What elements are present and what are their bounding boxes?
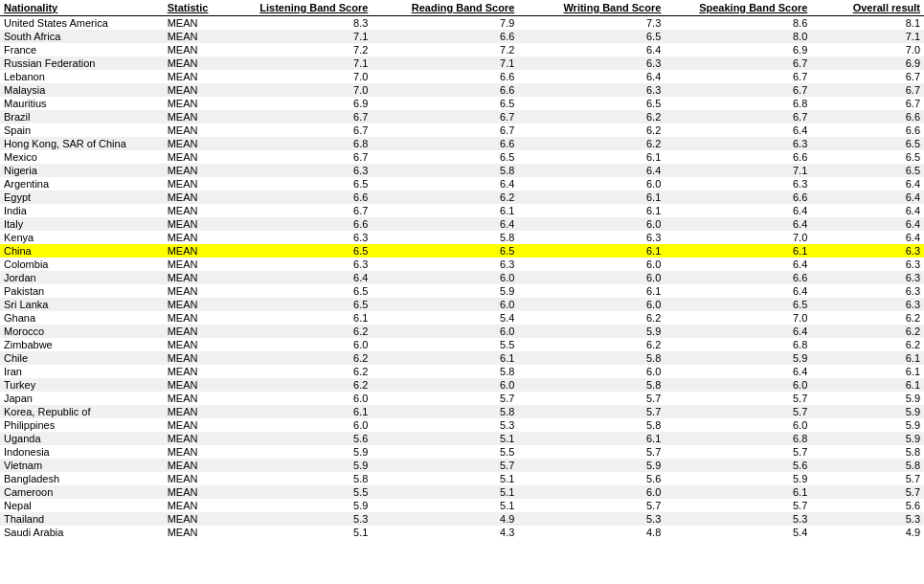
header-listening: Listening Band Score bbox=[225, 0, 372, 16]
header-statistic: Statistic bbox=[164, 0, 226, 16]
table-row: South AfricaMEAN7.16.66.58.07.1 bbox=[0, 30, 924, 43]
table-row: ColombiaMEAN6.36.36.06.46.3 bbox=[0, 258, 924, 271]
table-row: Korea, Republic ofMEAN6.15.85.75.75.9 bbox=[0, 405, 924, 418]
header-nationality: Nationality bbox=[0, 0, 164, 16]
table-row: Russian FederationMEAN7.17.16.36.76.9 bbox=[0, 56, 924, 70]
table-row: BrazilMEAN6.76.76.26.76.6 bbox=[0, 110, 924, 124]
header-overall: Overall result bbox=[811, 0, 924, 16]
table-row: GhanaMEAN6.15.46.27.06.2 bbox=[0, 311, 924, 325]
table-row: ChileMEAN6.26.15.85.96.1 bbox=[0, 351, 924, 365]
table-row: ArgentinaMEAN6.56.46.06.36.4 bbox=[0, 177, 924, 191]
header-reading: Reading Band Score bbox=[372, 0, 518, 16]
table-row: EgyptMEAN6.66.26.16.66.4 bbox=[0, 191, 924, 204]
scores-table: Nationality Statistic Listening Band Sco… bbox=[0, 0, 924, 539]
table-row: United States AmericaMEAN8.37.97.38.68.1 bbox=[0, 16, 924, 31]
table-row: MalaysiaMEAN7.06.66.36.76.7 bbox=[0, 83, 924, 97]
table-row: VietnamMEAN5.95.75.95.65.8 bbox=[0, 459, 924, 472]
table-row: ChinaMEAN6.56.56.16.16.3 bbox=[0, 244, 924, 258]
table-row: ZimbabweMEAN6.05.56.26.86.2 bbox=[0, 338, 924, 351]
table-row: Sri LankaMEAN6.56.06.06.56.3 bbox=[0, 298, 924, 311]
table-row: PhilippinesMEAN6.05.35.86.05.9 bbox=[0, 418, 924, 432]
table-row: NigeriaMEAN6.35.86.47.16.5 bbox=[0, 164, 924, 177]
table-row: Hong Kong, SAR of ChinaMEAN6.86.66.26.36… bbox=[0, 137, 924, 150]
table-row: IndonesiaMEAN5.95.55.75.75.8 bbox=[0, 445, 924, 459]
table-row: BangladeshMEAN5.85.15.65.95.7 bbox=[0, 472, 924, 485]
table-row: TurkeyMEAN6.26.05.86.06.1 bbox=[0, 378, 924, 392]
table-row: FranceMEAN7.27.26.46.97.0 bbox=[0, 43, 924, 56]
table-row: SpainMEAN6.76.76.26.46.6 bbox=[0, 124, 924, 137]
table-row: KenyaMEAN6.35.86.37.06.4 bbox=[0, 231, 924, 244]
table-row: MoroccoMEAN6.26.05.96.46.2 bbox=[0, 325, 924, 338]
table-row: JordanMEAN6.46.06.06.66.3 bbox=[0, 271, 924, 284]
table-row: MexicoMEAN6.76.56.16.66.5 bbox=[0, 150, 924, 164]
table-row: ThailandMEAN5.34.95.35.35.3 bbox=[0, 512, 924, 526]
table-row: ItalyMEAN6.66.46.06.46.4 bbox=[0, 217, 924, 231]
table-row: PakistanMEAN6.55.96.16.46.3 bbox=[0, 284, 924, 298]
table-row: IndiaMEAN6.76.16.16.46.4 bbox=[0, 204, 924, 217]
table-header-row: Nationality Statistic Listening Band Sco… bbox=[0, 0, 924, 16]
table-row: UgandaMEAN5.65.16.16.85.9 bbox=[0, 432, 924, 445]
header-writing: Writing Band Score bbox=[518, 0, 665, 16]
table-row: NepalMEAN5.95.15.75.75.6 bbox=[0, 499, 924, 512]
table-row: Saudi ArabiaMEAN5.14.34.85.44.9 bbox=[0, 526, 924, 539]
header-speaking: Speaking Band Score bbox=[665, 0, 811, 16]
table-row: JapanMEAN6.05.75.75.75.9 bbox=[0, 392, 924, 405]
table-row: CameroonMEAN5.55.16.06.15.7 bbox=[0, 485, 924, 499]
table-row: LebanonMEAN7.06.66.46.76.7 bbox=[0, 70, 924, 83]
table-row: IranMEAN6.25.86.06.46.1 bbox=[0, 365, 924, 378]
table-row: MauritiusMEAN6.96.56.56.86.7 bbox=[0, 97, 924, 110]
table-body: United States AmericaMEAN8.37.97.38.68.1… bbox=[0, 16, 924, 540]
